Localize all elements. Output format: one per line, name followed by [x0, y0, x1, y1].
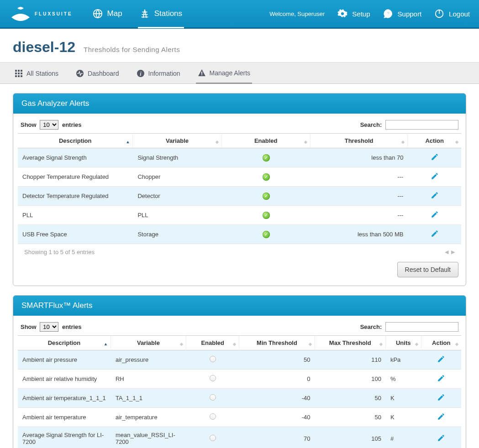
empty-check-icon	[210, 356, 216, 362]
table-head: DescriptionVariableEnabledThresholdActio…	[18, 133, 461, 148]
cell-action	[408, 225, 461, 244]
reset-default-button[interactable]: Reset to Default	[397, 262, 458, 277]
nav-map[interactable]: Map	[91, 0, 124, 27]
subnav-label: Information	[148, 70, 180, 77]
cell-variable: Chopper	[133, 167, 221, 187]
svg-rect-10	[15, 75, 17, 77]
svg-rect-12	[21, 75, 22, 77]
col-header[interactable]: Action	[408, 133, 461, 148]
svg-rect-11	[18, 75, 20, 77]
col-header[interactable]: Min Threshold	[239, 335, 315, 350]
pager: ◀ ▶	[445, 249, 455, 255]
check-icon: ✓	[263, 173, 270, 181]
table-row: USB Free SpaceStorage✓less than 500 MB	[18, 225, 461, 244]
col-header[interactable]: Description	[18, 133, 133, 148]
entries-select[interactable]: 10	[40, 322, 58, 332]
cell-action	[408, 167, 461, 187]
edit-icon[interactable]	[437, 358, 445, 365]
subnav-label: Manage Alerts	[210, 69, 251, 77]
search-input[interactable]	[385, 322, 458, 332]
cell-units: K	[386, 389, 421, 408]
subnav-manage-alerts[interactable]: Manage Alerts	[196, 63, 253, 84]
cell-variable: TA_1_1_1	[111, 389, 186, 408]
subnav: All Stations Dashboard i Information Man…	[0, 63, 479, 84]
brand-text: FLUXSUITE	[35, 11, 73, 16]
cell-threshold: ---	[311, 187, 408, 206]
table-row: PLLPLL✓---	[18, 206, 461, 225]
subnav-dashboard[interactable]: Dashboard	[74, 63, 121, 83]
cell-description: Ambient air relative humidity	[18, 370, 111, 389]
fluxsuite-mark-icon	[9, 5, 32, 23]
search-input[interactable]	[385, 120, 458, 130]
svg-rect-7	[15, 73, 17, 74]
table-controls: Show 10 entries Search:	[18, 120, 461, 133]
nav-stations[interactable]: Stations	[138, 0, 184, 28]
svg-rect-6	[21, 70, 22, 72]
showing-info: Showing 1 to 5 of 5 entries	[24, 249, 95, 255]
prev-page[interactable]: ◀	[445, 249, 448, 255]
cell-variable: mean_value_RSSI_LI-7200	[111, 427, 186, 448]
panel-title: SMARTFlux™ Alerts	[13, 296, 466, 316]
svg-rect-17	[201, 74, 202, 75]
table-row: Ambient air relative humidityRH0100%	[18, 370, 461, 389]
cell-enabled	[186, 350, 240, 370]
col-header[interactable]: Description	[18, 335, 111, 350]
cell-threshold: ---	[311, 167, 408, 187]
cell-description: Ambient air pressure	[18, 350, 111, 370]
cell-action	[408, 187, 461, 206]
nav-logout[interactable]: Logout	[434, 9, 470, 19]
edit-icon[interactable]	[431, 213, 439, 220]
cell-threshold: less than 70	[311, 148, 408, 167]
col-header[interactable]: Threshold	[311, 133, 408, 148]
next-page[interactable]: ▶	[451, 249, 455, 255]
col-header[interactable]: Max Threshold	[315, 335, 386, 350]
empty-check-icon	[210, 435, 216, 441]
table-row: Average Signal Strength for LI-7200mean_…	[18, 427, 461, 448]
show-suffix: entries	[62, 121, 82, 128]
edit-icon[interactable]	[437, 396, 445, 403]
subnav-label: All Stations	[26, 70, 58, 77]
cell-max: 110	[315, 350, 386, 370]
col-header[interactable]: Enabled	[222, 133, 311, 148]
edit-icon[interactable]	[431, 232, 439, 239]
search-label: Search:	[360, 121, 382, 128]
table-controls: Show 10 entries Search:	[18, 322, 461, 335]
col-header[interactable]: Units	[386, 335, 421, 350]
col-header[interactable]: Variable	[133, 133, 221, 148]
table-row: Detector Temperature RegulatedDetector✓-…	[18, 187, 461, 206]
cell-action	[408, 148, 461, 167]
empty-check-icon	[210, 413, 216, 420]
table-row: Ambient air pressureair_pressure50110kPa	[18, 350, 461, 370]
col-header[interactable]: Variable	[111, 335, 186, 350]
edit-icon[interactable]	[431, 194, 439, 201]
nav-right: Welcome, Superuser Setup ? Support Logou…	[269, 9, 470, 19]
edit-icon[interactable]	[437, 377, 445, 384]
edit-icon[interactable]	[437, 415, 445, 422]
cell-variable: PLL	[133, 206, 221, 225]
nav-label: Setup	[352, 10, 370, 18]
reset-row: Reset to Default	[18, 257, 461, 277]
panel-body: Show 10 entries Search: DescriptionVaria…	[13, 114, 466, 286]
cell-action	[421, 408, 461, 427]
edit-icon[interactable]	[437, 437, 445, 443]
welcome-text: Welcome, Superuser	[269, 10, 325, 17]
show-prefix: Show	[21, 323, 37, 330]
cell-action	[421, 350, 461, 370]
entries-select[interactable]: 10	[40, 120, 58, 130]
col-header[interactable]: Action	[421, 335, 461, 350]
subnav-information[interactable]: i Information	[135, 63, 182, 83]
nav-setup[interactable]: Setup	[337, 9, 370, 19]
topbar: FLUXSUITE Map Stations Welcome, Superuse…	[0, 0, 479, 29]
cell-units: K	[386, 408, 421, 427]
cell-enabled	[186, 427, 240, 448]
nav-support[interactable]: ? Support	[383, 9, 422, 19]
subnav-all-stations[interactable]: All Stations	[13, 63, 60, 83]
edit-icon[interactable]	[431, 156, 439, 162]
svg-rect-9	[21, 73, 22, 74]
cell-max: 50	[315, 389, 386, 408]
edit-icon[interactable]	[431, 175, 439, 182]
smart-table: DescriptionVariableEnabledMin ThresholdM…	[18, 335, 461, 448]
svg-rect-4	[15, 70, 17, 72]
col-header[interactable]: Enabled	[186, 335, 240, 350]
smartflux-panel: SMARTFlux™ Alerts Show 10 entries Search…	[13, 295, 466, 448]
